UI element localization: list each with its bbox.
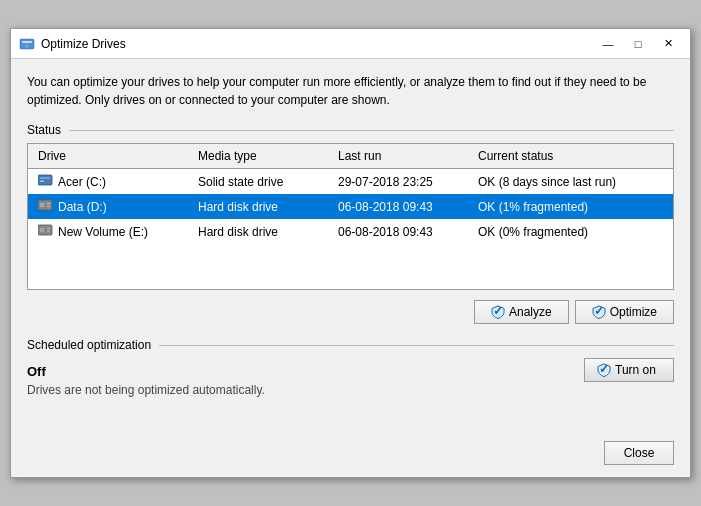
optimize-button[interactable]: ✓ Optimize bbox=[575, 300, 674, 324]
drive-cell: Data (D:) bbox=[34, 197, 194, 216]
turn-on-shield-icon: ✓ bbox=[597, 363, 611, 377]
status-cell: OK (8 days since last run) bbox=[474, 172, 667, 191]
hdd-svg bbox=[38, 199, 54, 211]
svg-rect-14 bbox=[47, 228, 50, 229]
window-close-button[interactable]: ✕ bbox=[654, 34, 682, 54]
minimize-button[interactable]: — bbox=[594, 34, 622, 54]
svg-rect-1 bbox=[22, 41, 32, 43]
footer: Close bbox=[11, 433, 690, 477]
ssd-icon bbox=[38, 174, 54, 189]
drive-name: New Volume (E:) bbox=[58, 225, 148, 239]
table-row[interactable]: Data (D:)Hard disk drive06-08-2018 09:43… bbox=[28, 194, 673, 219]
analyze-button[interactable]: ✓ Analyze bbox=[474, 300, 569, 324]
svg-rect-10 bbox=[47, 206, 50, 207]
title-bar: Optimize Drives — □ ✕ bbox=[11, 29, 690, 59]
svg-rect-9 bbox=[47, 203, 50, 204]
hdd-icon bbox=[38, 224, 54, 239]
ssd-svg bbox=[38, 174, 54, 186]
media-type-cell: Solid state drive bbox=[194, 172, 334, 191]
table-row[interactable]: Acer (C:)Solid state drive29-07-2018 23:… bbox=[28, 169, 673, 194]
scheduled-description: Drives are not being optimized automatic… bbox=[27, 383, 265, 397]
media-type-cell: Hard disk drive bbox=[194, 222, 334, 241]
col-header-drive: Drive bbox=[34, 147, 194, 165]
drive-name: Acer (C:) bbox=[58, 175, 106, 189]
last-run-cell: 06-08-2018 09:43 bbox=[334, 222, 474, 241]
last-run-cell: 06-08-2018 09:43 bbox=[334, 197, 474, 216]
maximize-button[interactable]: □ bbox=[624, 34, 652, 54]
action-buttons: ✓ Analyze ✓ Optimize bbox=[27, 300, 674, 324]
main-content: You can optimize your drives to help you… bbox=[11, 59, 690, 433]
scheduled-row: Off Drives are not being optimized autom… bbox=[27, 358, 674, 403]
title-bar-controls: — □ ✕ bbox=[594, 34, 682, 54]
scheduled-status: Off bbox=[27, 364, 265, 379]
col-header-last-run: Last run bbox=[334, 147, 474, 165]
turn-on-button[interactable]: ✓ Turn on bbox=[584, 358, 674, 382]
media-type-cell: Hard disk drive bbox=[194, 197, 334, 216]
drive-name: Data (D:) bbox=[58, 200, 107, 214]
hdd-icon bbox=[38, 199, 54, 214]
svg-rect-15 bbox=[47, 231, 50, 232]
status-cell: OK (0% fragmented) bbox=[474, 222, 667, 241]
svg-text:✓: ✓ bbox=[493, 305, 503, 318]
svg-point-13 bbox=[41, 229, 43, 231]
optimize-drives-window: Optimize Drives — □ ✕ You can optimize y… bbox=[10, 28, 691, 478]
status-cell: OK (1% fragmented) bbox=[474, 197, 667, 216]
svg-text:✓: ✓ bbox=[594, 305, 604, 318]
svg-rect-4 bbox=[40, 177, 50, 179]
drive-cell: Acer (C:) bbox=[34, 172, 194, 191]
close-button[interactable]: Close bbox=[604, 441, 674, 465]
table-row[interactable]: New Volume (E:)Hard disk drive06-08-2018… bbox=[28, 219, 673, 244]
scheduled-section: Scheduled optimization Off Drives are no… bbox=[27, 338, 674, 403]
svg-rect-5 bbox=[40, 181, 44, 183]
optimize-shield-icon: ✓ bbox=[592, 305, 606, 319]
scheduled-content: Off Drives are not being optimized autom… bbox=[27, 358, 265, 403]
hdd-svg bbox=[38, 224, 54, 236]
table-header: Drive Media type Last run Current status bbox=[28, 144, 673, 169]
svg-point-2 bbox=[25, 44, 29, 48]
analyze-shield-icon: ✓ bbox=[491, 305, 505, 319]
svg-point-8 bbox=[41, 204, 43, 206]
status-section-header: Status bbox=[27, 123, 674, 137]
description-text: You can optimize your drives to help you… bbox=[27, 73, 674, 109]
svg-text:✓: ✓ bbox=[599, 363, 609, 376]
svg-rect-3 bbox=[38, 175, 52, 185]
last-run-cell: 29-07-2018 23:25 bbox=[334, 172, 474, 191]
drives-table: Drive Media type Last run Current status… bbox=[27, 143, 674, 290]
col-header-media-type: Media type bbox=[194, 147, 334, 165]
scheduled-section-header: Scheduled optimization bbox=[27, 338, 674, 352]
window-title: Optimize Drives bbox=[41, 37, 594, 51]
table-body: Acer (C:)Solid state drive29-07-2018 23:… bbox=[28, 169, 673, 289]
drive-cell: New Volume (E:) bbox=[34, 222, 194, 241]
col-header-status: Current status bbox=[474, 147, 667, 165]
window-icon bbox=[19, 36, 35, 52]
